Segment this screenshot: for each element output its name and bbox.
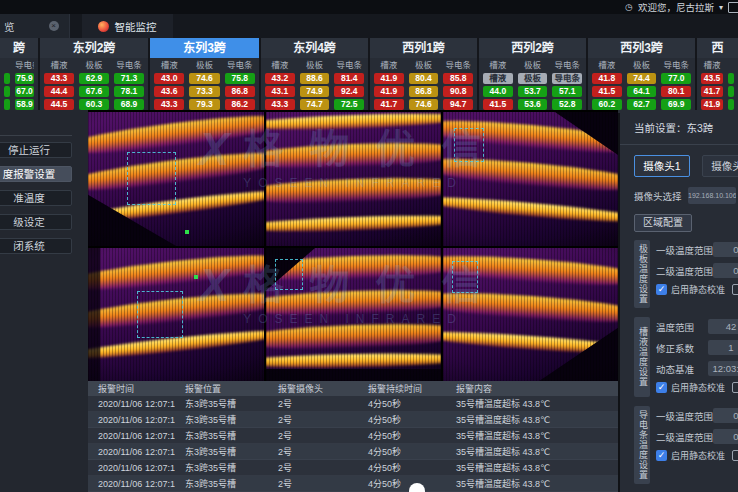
dynamic-calibration-checkbox[interactable]: [732, 450, 738, 461]
table-cell: 东3跨35号槽: [175, 397, 268, 410]
temp-row: 槽液极板导电条: [483, 73, 582, 84]
settings-field-label: 修正系数: [656, 341, 708, 355]
temp-cell: 43.3: [265, 99, 295, 110]
camera1-button[interactable]: 摄像头1: [634, 155, 690, 177]
table-row[interactable]: 2020/11/06 12:07:16东3跨35号槽2号4分50秒35号槽温度超…: [88, 444, 618, 460]
temp-cell: [4, 99, 10, 110]
table-cell: 4分50秒: [358, 445, 446, 458]
camera2-button[interactable]: 摄像头2: [702, 155, 738, 177]
temp-row: 43.174.992.4: [265, 86, 364, 97]
temp-cell: 52.8: [552, 99, 582, 110]
sidebar-item[interactable]: 闭系统: [0, 238, 72, 254]
sidebar-item[interactable]: 级设定: [0, 214, 72, 230]
table-cell: 2号: [268, 461, 358, 474]
span-column: 西列2跨槽液极板导电条槽液极板导电条44.053.757.141.553.652…: [479, 38, 586, 110]
temp-cell: 74.6: [189, 73, 219, 84]
thermal-camera-tile-2[interactable]: [266, 112, 441, 246]
temp-cell: 43.3: [44, 73, 74, 84]
settings-field-input[interactable]: 42: [708, 319, 738, 334]
span-tab[interactable]: 西列3跨: [588, 38, 695, 58]
settings-field-input[interactable]: 1: [708, 340, 738, 355]
temp-cell: 68.9: [114, 99, 144, 110]
temp-cell-wrap: 槽液: [483, 73, 513, 84]
sidebar-item[interactable]: 准温度: [0, 190, 72, 206]
message-icon[interactable]: [728, 2, 738, 13]
span-subheaders: 槽液极板导电条: [154, 60, 255, 71]
temp-cell: 74.6: [409, 99, 439, 110]
region-config-button[interactable]: 区域配置: [634, 214, 692, 232]
settings-field-row: 温度范围42: [656, 317, 738, 336]
temp-cell: 41.7: [701, 86, 723, 97]
span-tab[interactable]: 东列2跨: [40, 38, 148, 58]
thermal-camera-tile-6[interactable]: [443, 248, 618, 381]
static-calibration-checkbox[interactable]: ✓: [656, 450, 667, 461]
smart-monitoring-screen: ◷ 欢迎您，尼古拉斯 ▾ 览 × 智能监控 跨导电条75.967.058.9东列…: [0, 0, 738, 492]
tab-overview-label: 览: [4, 19, 15, 34]
camera-ip-input[interactable]: 192.168.10.106: [688, 187, 736, 204]
tab-overview-partial[interactable]: 览 ×: [0, 14, 70, 38]
span-body: 导电条75.967.058.9: [0, 58, 38, 113]
temp-cell: 80.4: [409, 73, 439, 84]
welcome-user[interactable]: 欢迎您，尼古拉斯: [638, 0, 714, 14]
settings-field-input[interactable]: 0: [713, 408, 738, 423]
temp-cell-wrap: 79.3: [189, 99, 219, 110]
temp-cell: 74.7: [300, 99, 330, 110]
span-tab[interactable]: 西列2跨: [479, 38, 586, 58]
span-tab[interactable]: 东列3跨: [150, 38, 259, 58]
temp-cell: 41.9: [374, 73, 404, 84]
temp-cell-wrap: 90.8: [443, 86, 473, 97]
thermal-camera-tile-4[interactable]: [88, 248, 264, 381]
settings-group: 槽液温度设置温度范围42修正系数1动态基准12:03:47✓启用静态校准启: [634, 317, 738, 397]
subcolumn-label: 槽液: [265, 60, 295, 71]
subcolumn-label: 槽液: [44, 60, 74, 71]
settings-field-input[interactable]: 0: [713, 429, 738, 444]
tab-smart-monitoring[interactable]: 智能监控: [82, 14, 173, 38]
temp-cell-wrap: 44.5: [44, 99, 74, 110]
thermal-camera-tile-5[interactable]: [266, 248, 441, 381]
roi-box: [275, 259, 303, 290]
settings-field-input[interactable]: 12:03:47: [708, 361, 738, 376]
thermal-band: [443, 329, 618, 356]
temp-cell: 71.3: [114, 73, 144, 84]
sidebar-item[interactable]: 度报警设置: [0, 166, 72, 182]
span-body: 槽液极板导电条槽液极板导电条44.053.757.141.553.652.8: [479, 58, 586, 113]
span-body: 槽液极板导电条43.074.675.843.673.386.843.379.38…: [150, 58, 259, 113]
table-row[interactable]: 2020/11/06 12:07:16东3跨35号槽2号4分50秒35号槽温度超…: [88, 428, 618, 444]
subcolumn-label: 极板: [409, 60, 439, 71]
shadow-region: [88, 248, 100, 381]
current-setting-label: 当前设置：东3跨: [634, 120, 738, 135]
temp-row: 43.5: [701, 73, 734, 84]
right-settings-panel: 当前设置：东3跨 摄像头1 摄像头2 摄像头选择 192.168.10.106 …: [620, 110, 738, 492]
span-tab[interactable]: 西列1跨: [370, 38, 477, 58]
table-row[interactable]: 2020/11/06 12:07:16东3跨35号槽2号4分50秒35号槽温度超…: [88, 460, 618, 476]
settings-field-input[interactable]: 0: [713, 263, 738, 278]
static-calibration-checkbox[interactable]: ✓: [656, 284, 667, 295]
span-tab[interactable]: 西: [697, 38, 738, 58]
span-column: 西槽液43.541.741.9: [697, 38, 738, 110]
span-tab[interactable]: 跨: [0, 38, 38, 58]
close-icon[interactable]: ×: [49, 21, 59, 31]
hot-spot-marker: [185, 230, 189, 234]
table-row[interactable]: 2020/11/06 12:07:16东3跨35号槽2号4分50秒35号槽温度超…: [88, 476, 618, 492]
temp-cell: 53.6: [518, 99, 548, 110]
chevron-down-icon[interactable]: ▾: [719, 3, 723, 12]
roi-box: [137, 291, 183, 338]
temp-cell-wrap: 60.2: [592, 99, 622, 110]
temp-row: 41.564.180.1: [592, 86, 691, 97]
thermal-camera-tile-1[interactable]: [88, 112, 264, 246]
temp-cell: 90.8: [443, 86, 473, 97]
table-row[interactable]: 2020/11/06 12:07:16东3跨35号槽2号4分50秒35号槽温度超…: [88, 396, 618, 412]
roi-box: [454, 128, 484, 162]
temp-cell-wrap: 88.6: [300, 73, 330, 84]
dynamic-calibration-checkbox[interactable]: [732, 382, 738, 393]
sidebar-item[interactable]: 停止运行: [0, 142, 72, 158]
temp-cell: 88.6: [300, 73, 330, 84]
settings-field-input[interactable]: 0: [713, 242, 738, 257]
thermal-camera-tile-3[interactable]: [443, 112, 618, 246]
table-row[interactable]: 2020/11/06 12:07:16东3跨35号槽2号4分50秒35号槽温度超…: [88, 412, 618, 428]
temp-cell-wrap: 67.0: [15, 86, 34, 97]
dynamic-calibration-checkbox[interactable]: [732, 284, 738, 295]
static-calibration-checkbox[interactable]: ✓: [656, 382, 667, 393]
span-tab[interactable]: 东列4跨: [261, 38, 368, 58]
calibration-row: ✓启用静态校准启: [656, 448, 738, 463]
